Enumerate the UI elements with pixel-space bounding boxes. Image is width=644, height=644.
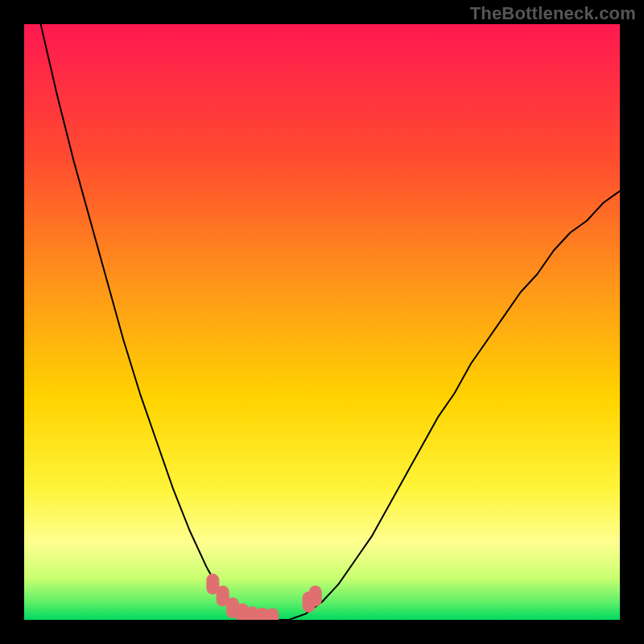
chart-stage: TheBottleneck.com [0, 0, 644, 644]
watermark-text: TheBottleneck.com [470, 3, 636, 24]
chart-svg [24, 24, 620, 620]
gradient-background [24, 24, 620, 620]
plot-area [24, 24, 620, 620]
highlight-marker [309, 585, 322, 606]
